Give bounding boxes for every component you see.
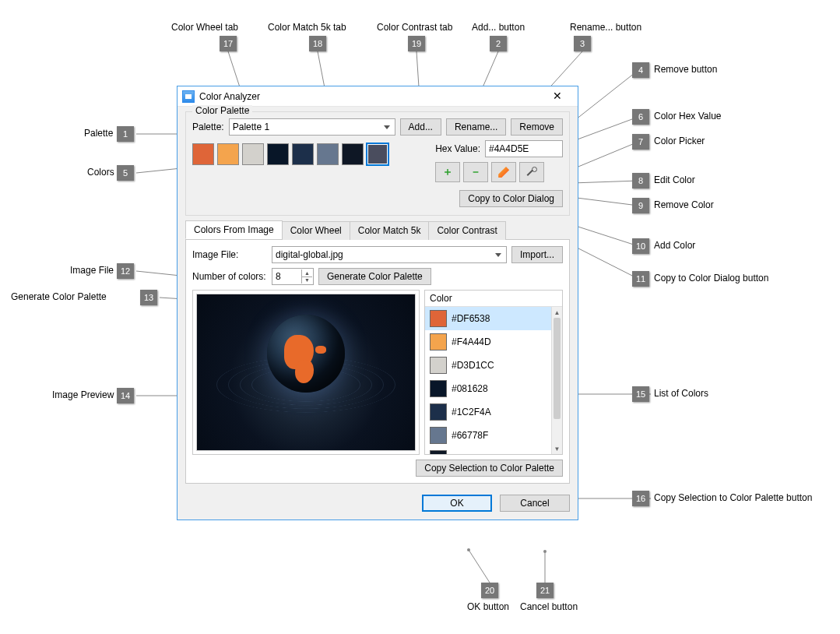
label-copy-to-dialog: Copy to Color Dialog button	[654, 273, 768, 284]
color-list: Color #DF6538 #F4A44D #D3D1CC #081628 #1…	[424, 290, 563, 455]
eyedropper-icon	[526, 167, 537, 178]
tab-colors-from-image[interactable]: Colors From Image	[185, 220, 283, 239]
image-file-combo[interactable]: digital-global.jpg	[272, 246, 507, 263]
window-title: Color Analyzer	[199, 91, 542, 102]
plus-icon: ＋	[442, 165, 453, 179]
color-palette-groupbox: Color Palette Palette: Palette 1 Add... …	[185, 111, 570, 216]
marker-7: 7	[632, 134, 649, 150]
num-colors-label: Number of colors:	[192, 271, 267, 282]
marker-2: 2	[490, 36, 507, 51]
num-colors-row: Number of colors: 8 ▲▼ Generate Color Pa…	[192, 268, 563, 285]
label-color-contrast-tab: Color Contrast tab	[377, 22, 452, 33]
minus-icon: －	[470, 165, 481, 179]
num-colors-value: 8	[276, 271, 281, 282]
swatch-6[interactable]	[342, 143, 364, 165]
color-list-body: #DF6538 #F4A44D #D3D1CC #081628 #1C2F4A …	[425, 307, 562, 454]
label-generate: Generate Color Palette	[11, 291, 107, 302]
preview-area: Color #DF6538 #F4A44D #D3D1CC #081628 #1…	[192, 290, 563, 455]
spin-down[interactable]: ▼	[301, 277, 312, 284]
list-item[interactable]: #0E1725	[425, 447, 551, 454]
label-color-picker: Color Picker	[654, 136, 705, 146]
tab-color-wheel[interactable]: Color Wheel	[282, 221, 350, 240]
marker-8: 8	[632, 173, 649, 188]
import-button[interactable]: Import...	[511, 246, 563, 263]
tab-color-match-5k[interactable]: Color Match 5k	[350, 221, 430, 240]
cancel-button[interactable]: Cancel	[500, 495, 570, 512]
swatch-2[interactable]	[242, 143, 264, 165]
palette-label: Palette:	[192, 122, 224, 132]
list-item[interactable]: #DF6538	[425, 307, 551, 330]
list-item[interactable]: #F4A44D	[425, 330, 551, 354]
label-colors: Colors	[87, 167, 114, 178]
label-list-of-colors: List of Colors	[654, 388, 708, 399]
pencil-icon	[498, 167, 509, 178]
rename-button[interactable]: Rename...	[446, 118, 506, 136]
scrollbar[interactable]: ▲ ▼	[551, 307, 562, 454]
marker-14: 14	[117, 388, 134, 403]
copy-selection-button[interactable]: Copy Selection to Color Palette	[416, 460, 563, 477]
marker-9: 9	[632, 198, 649, 213]
marker-11: 11	[632, 271, 649, 287]
label-color-match-tab: Color Match 5k tab	[268, 22, 346, 33]
label-add-button: Add... button	[472, 22, 525, 33]
palette-combo[interactable]: Palette 1	[229, 118, 395, 136]
marker-3: 3	[574, 36, 591, 51]
swatch-0[interactable]	[192, 143, 214, 165]
image-file-row: Image File: digital-global.jpg Import...	[192, 246, 563, 263]
image-file-value: digital-global.jpg	[276, 249, 343, 260]
swatch-5[interactable]	[317, 143, 339, 165]
list-item[interactable]: #081628	[425, 377, 551, 400]
swatch-4[interactable]	[292, 143, 314, 165]
list-item[interactable]: #D3D1CC	[425, 354, 551, 377]
label-cancel-button: Cancel button	[520, 601, 578, 612]
marker-12: 12	[117, 263, 134, 279]
hex-area: Hex Value: #4A4D5E ＋ －	[435, 140, 563, 182]
swatch-7[interactable]	[367, 143, 388, 165]
scroll-down-icon[interactable]: ▼	[552, 443, 562, 454]
scroll-up-icon[interactable]: ▲	[552, 307, 562, 318]
label-copy-selection: Copy Selection to Color Palette button	[654, 492, 812, 503]
globe-graphic	[267, 315, 345, 393]
groupbox-title: Color Palette	[192, 105, 252, 116]
svg-point-39	[467, 548, 470, 551]
titlebar: Color Analyzer ✕	[177, 86, 578, 107]
close-icon[interactable]: ✕	[542, 89, 573, 104]
image-preview	[192, 290, 420, 455]
list-item[interactable]: #66778F	[425, 424, 551, 447]
spin-up[interactable]: ▲	[301, 269, 312, 277]
add-button[interactable]: Add...	[400, 118, 441, 136]
tab-color-contrast[interactable]: Color Contrast	[428, 221, 505, 240]
marker-1: 1	[117, 126, 134, 142]
app-icon	[182, 90, 195, 103]
label-remove-color: Remove Color	[654, 199, 714, 210]
label-remove-button: Remove button	[654, 64, 717, 75]
swatch-1[interactable]	[217, 143, 239, 165]
ok-button[interactable]: OK	[422, 495, 492, 512]
marker-18: 18	[309, 36, 326, 51]
marker-19: 19	[408, 36, 425, 51]
marker-10: 10	[632, 238, 649, 254]
generate-palette-button[interactable]: Generate Color Palette	[318, 268, 431, 285]
label-image-preview: Image Preview	[52, 389, 114, 400]
marker-17: 17	[220, 36, 237, 51]
remove-button[interactable]: Remove	[511, 118, 563, 136]
remove-color-button[interactable]: －	[463, 162, 488, 182]
add-color-button[interactable]: ＋	[435, 162, 460, 182]
scroll-thumb[interactable]	[554, 318, 561, 419]
color-analyzer-dialog: Color Analyzer ✕ Color Palette Palette: …	[177, 86, 578, 520]
client-area: Color Palette Palette: Palette 1 Add... …	[177, 107, 578, 520]
label-add-color: Add Color	[654, 240, 695, 251]
list-item[interactable]: #1C2F4A	[425, 400, 551, 424]
hex-value-input[interactable]: #4A4D5E	[485, 140, 563, 157]
num-colors-spinner[interactable]: 8 ▲▼	[272, 268, 314, 285]
tabs: Colors From Image Color Wheel Color Matc…	[185, 220, 570, 240]
palette-value: Palette 1	[233, 122, 269, 132]
color-picker-button[interactable]	[519, 162, 544, 182]
copy-to-color-dialog-button[interactable]: Copy to Color Dialog	[459, 190, 563, 207]
tab-panel: Image File: digital-global.jpg Import...…	[185, 240, 570, 484]
edit-color-button[interactable]	[491, 162, 516, 182]
label-edit-color: Edit Color	[654, 174, 695, 185]
label-color-wheel-tab: Color Wheel tab	[171, 22, 238, 33]
marker-13: 13	[140, 290, 157, 305]
swatch-3[interactable]	[267, 143, 289, 165]
